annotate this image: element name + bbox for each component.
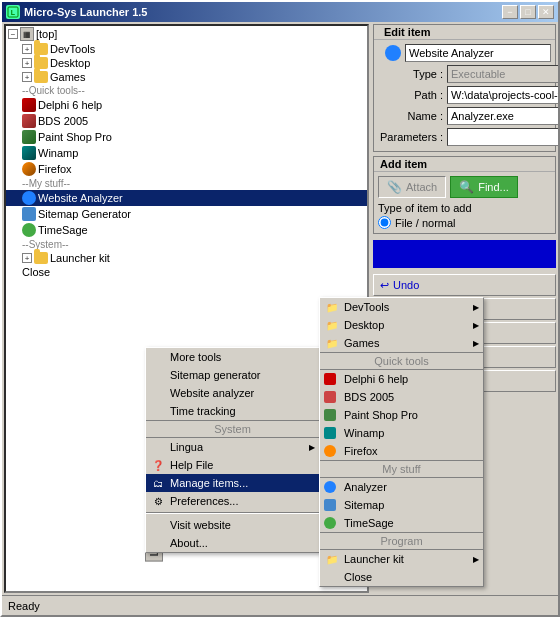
menu-website-analyzer[interactable]: Website analyzer: [146, 384, 319, 402]
tree-item-top[interactable]: − ▦ [top]: [6, 26, 367, 42]
prefs-icon: ⚙: [150, 493, 166, 509]
preferences-label: Preferences...: [170, 495, 238, 507]
minimize-button[interactable]: −: [502, 5, 518, 19]
menu-preferences[interactable]: ⚙ Preferences...: [146, 492, 319, 510]
undo-button[interactable]: ↩ Undo: [373, 274, 556, 296]
submenu-analyzer[interactable]: Analyzer: [320, 478, 483, 496]
menu-sitemap-gen[interactable]: Sitemap generator: [146, 366, 319, 384]
tree-item-delphi[interactable]: Delphi 6 help: [6, 97, 367, 113]
submenu-winamp[interactable]: Winamp: [320, 424, 483, 442]
find-button[interactable]: 🔍 Find...: [450, 176, 518, 198]
web-icon: [22, 191, 36, 205]
submenu-psp-icon: [324, 409, 336, 421]
tree-item-quicktools: --Quick tools--: [6, 84, 367, 97]
submenu-program-section: Program: [320, 532, 483, 550]
find-label: Find...: [478, 181, 509, 193]
quicktools-label: --Quick tools--: [22, 85, 85, 96]
submenu-close[interactable]: Close: [320, 568, 483, 586]
close-window-button[interactable]: ✕: [538, 5, 554, 19]
tree-item-winamp[interactable]: Winamp: [6, 145, 367, 161]
submenu-devtools[interactable]: 📁 DevTools ▶: [320, 298, 483, 316]
delphi-label: Delphi 6 help: [38, 99, 102, 111]
expand-launcherkit[interactable]: +: [22, 253, 32, 263]
path-label: Path :: [378, 89, 443, 101]
timesage-label: TimeSage: [38, 224, 88, 236]
maximize-button[interactable]: □: [520, 5, 536, 19]
devtools-label: DevTools: [50, 43, 95, 55]
edit-name-input[interactable]: [405, 44, 551, 62]
edit-params-input[interactable]: [447, 128, 558, 146]
tree-item-launcherkit[interactable]: + Launcher kit: [6, 251, 367, 265]
submenu-winamp-icon: [324, 427, 336, 439]
tree-item-devtools[interactable]: + DevTools: [6, 42, 367, 56]
winamp-label: Winamp: [38, 147, 78, 159]
name-label: Name :: [378, 110, 443, 122]
tree-item-websiteanalyzer[interactable]: Website Analyzer: [6, 190, 367, 206]
launcherkit-label: Launcher kit: [50, 252, 110, 264]
submenu-devtools-label: DevTools: [344, 301, 389, 313]
item-icon: [385, 45, 401, 61]
menu-time-tracking[interactable]: Time tracking: [146, 402, 319, 420]
tree-item-bds[interactable]: BDS 2005: [6, 113, 367, 129]
tree-item-psp[interactable]: Paint Shop Pro: [6, 129, 367, 145]
submenu-desktop-icon: 📁: [324, 317, 340, 333]
title-bar-left: L Micro-Sys Launcher 1.5: [6, 5, 148, 19]
params-label: Parameters :: [378, 131, 443, 143]
submenu-analyzer-label: Analyzer: [344, 481, 387, 493]
tree-item-games[interactable]: + Games: [6, 70, 367, 84]
tree-item-timesage[interactable]: TimeSage: [6, 222, 367, 238]
file-normal-radio[interactable]: [378, 216, 391, 229]
expand-top[interactable]: −: [8, 29, 18, 39]
submenu-quick-section: Quick tools: [320, 352, 483, 370]
find-icon: 🔍: [459, 180, 474, 194]
submenu-winamp-label: Winamp: [344, 427, 384, 439]
submenu-firefox[interactable]: Firefox: [320, 442, 483, 460]
winamp-icon: [22, 146, 36, 160]
submenu-desktop-label: Desktop: [344, 319, 384, 331]
menu-help-file[interactable]: ❓ Help File: [146, 456, 319, 474]
submenu-timesage-icon: [324, 517, 336, 529]
tree-item-sitemap[interactable]: Sitemap Generator: [6, 206, 367, 222]
submenu-launcherkit[interactable]: 📁 Launcher kit ▶: [320, 550, 483, 568]
menu-visit-website[interactable]: Visit website: [146, 516, 319, 534]
expand-games[interactable]: +: [22, 72, 32, 82]
edit-path-input[interactable]: [447, 86, 558, 104]
add-item-group: Add item 📎 Attach 🔍 Find... Type of item…: [373, 156, 556, 234]
submenu-timesage[interactable]: TimeSage: [320, 514, 483, 532]
menu-about[interactable]: About...: [146, 534, 319, 552]
menu-more-tools[interactable]: More tools: [146, 348, 319, 366]
edit-type-input[interactable]: [447, 65, 558, 83]
menu-manage-items[interactable]: 🗂 Manage items...: [146, 474, 319, 492]
add-item-content: 📎 Attach 🔍 Find... Type of item to add F…: [374, 172, 555, 233]
edit-name-row: [378, 44, 551, 62]
expand-devtools[interactable]: +: [22, 44, 32, 54]
submenu-psp[interactable]: Paint Shop Pro: [320, 406, 483, 424]
tree-item-close[interactable]: Close: [6, 265, 367, 279]
submenu-launcherkit-icon: 📁: [324, 551, 340, 567]
games-label: Games: [50, 71, 85, 83]
system-label: --System--: [22, 239, 69, 250]
delphi-icon: [22, 98, 36, 112]
submenu-delphi[interactable]: Delphi 6 help: [320, 370, 483, 388]
website-analyzer-label: Website analyzer: [170, 387, 254, 399]
tree-item-firefox[interactable]: Firefox: [6, 161, 367, 177]
bds-icon: [22, 114, 36, 128]
submenu-desktop[interactable]: 📁 Desktop ▶: [320, 316, 483, 334]
tree-item-desktop[interactable]: + Desktop: [6, 56, 367, 70]
sitemap-gen-label: Sitemap generator: [170, 369, 261, 381]
submenu-sitemap[interactable]: Sitemap: [320, 496, 483, 514]
secondary-context-menu: 📁 DevTools ▶ 📁 Desktop ▶ 📁 Games ▶ Quick…: [319, 297, 484, 587]
mystuff-label: --My stuff--: [22, 178, 70, 189]
top-icon: ▦: [20, 27, 34, 41]
menu-lingua[interactable]: Lingua ▶: [146, 438, 319, 456]
submenu-timesage-label: TimeSage: [344, 517, 394, 529]
manage-icon: 🗂: [150, 475, 166, 491]
attach-button[interactable]: 📎 Attach: [378, 176, 446, 198]
expand-desktop[interactable]: +: [22, 58, 32, 68]
submenu-bds[interactable]: BDS 2005: [320, 388, 483, 406]
file-normal-row[interactable]: File / normal: [378, 216, 551, 229]
folder-icon-games: [34, 71, 48, 83]
submenu-games[interactable]: 📁 Games ▶: [320, 334, 483, 352]
menu-system-section: System: [146, 420, 319, 438]
edit-name2-input[interactable]: [447, 107, 558, 125]
